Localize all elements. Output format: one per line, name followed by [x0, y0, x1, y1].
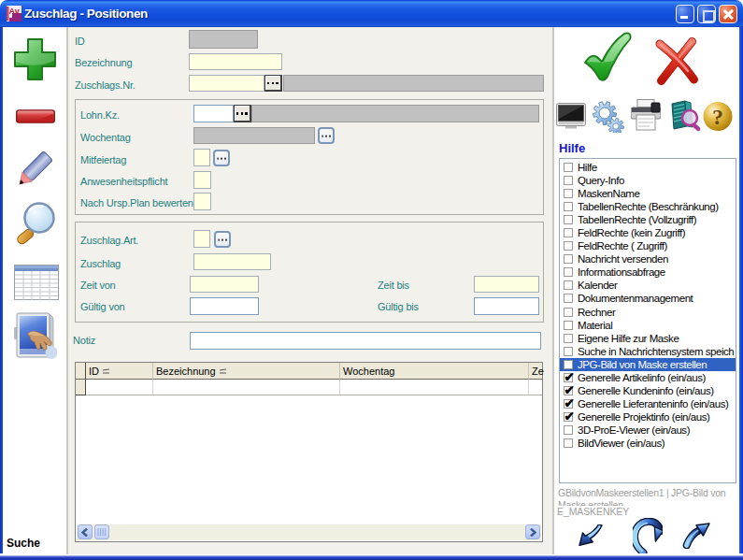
svg-text:Av: Av — [9, 7, 20, 16]
svg-text:?: ? — [712, 105, 723, 129]
